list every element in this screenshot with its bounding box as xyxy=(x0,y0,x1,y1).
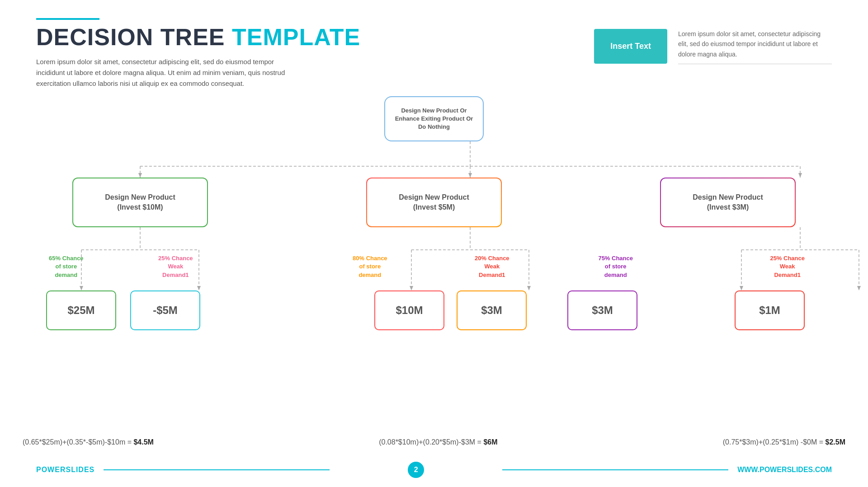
header-bar xyxy=(36,18,99,20)
brand-black: POWER xyxy=(36,466,66,473)
footer-right: WWW.POWERSLIDES.COM xyxy=(502,466,832,474)
leaf-right-2-box: $1M xyxy=(735,290,805,330)
leaf-mid-2-box: $3M xyxy=(457,290,527,330)
subtitle: Lorem ipsum dolor sit amet, consectetur … xyxy=(36,56,298,89)
formula-row: (0.65*$25m)+(0.35*-$5m)-$10m = $4.5M (0.… xyxy=(23,438,845,446)
l1-mid-node: Design New Product(Invest $5M) xyxy=(366,178,502,227)
chance-left-weak: 25% ChanceWeakDemand1 xyxy=(158,254,193,279)
footer: POWERSLIDES 2 WWW.POWERSLIDES.COM xyxy=(36,462,832,478)
leaf-right-1-box: $3M xyxy=(567,290,637,330)
lorem-right: Lorem ipsum dolor sit amet, consectetur … xyxy=(678,29,832,64)
chance-left-strong: 65% Chanceof storedemand xyxy=(49,254,84,279)
leaf-right-1: $3M xyxy=(567,290,637,330)
title-row: DECISION TREE TEMPLATE Lorem ipsum dolor… xyxy=(36,24,832,89)
root-node-box: Design New Product OrEnhance Exiting Pro… xyxy=(384,96,484,141)
leaf-left-1: $25M xyxy=(46,290,116,330)
root-node: Design New Product OrEnhance Exiting Pro… xyxy=(384,96,484,141)
page: DECISION TREE TEMPLATE Lorem ipsum dolor… xyxy=(0,0,868,487)
l1-left-box: Design New Product(Invest $10M) xyxy=(72,178,208,227)
main-title: DECISION TREE TEMPLATE xyxy=(36,24,360,50)
svg-marker-22 xyxy=(857,286,861,290)
insert-text-box[interactable]: Insert Text xyxy=(594,29,667,64)
footer-line-right xyxy=(502,469,728,470)
svg-marker-21 xyxy=(740,286,743,290)
svg-marker-19 xyxy=(410,286,413,290)
svg-marker-23 xyxy=(138,173,142,178)
leaf-right-2: $1M xyxy=(735,290,805,330)
l1-right-node: Design New Product(Invest $3M) xyxy=(660,178,796,227)
footer-left: POWERSLIDES xyxy=(36,466,330,474)
svg-marker-25 xyxy=(798,173,802,178)
footer-url: WWW.POWERSLIDES.COM xyxy=(737,466,832,474)
tree-area: Design New Product OrEnhance Exiting Pro… xyxy=(36,96,832,358)
svg-marker-17 xyxy=(80,286,83,290)
formula-left: (0.65*$25m)+(0.35*-$5m)-$10m = $4.5M xyxy=(23,438,154,446)
leaf-mid-1: $10M xyxy=(374,290,444,330)
formula-left-result: $4.5M xyxy=(133,438,153,446)
title-cyan: TEMPLATE xyxy=(232,24,360,50)
title-black: DECISION TREE xyxy=(36,24,225,50)
leaf-mid-2: $3M xyxy=(457,290,527,330)
leaf-left-1-box: $25M xyxy=(46,290,116,330)
formula-right-result: $2.5M xyxy=(826,438,845,446)
formula-right: (0.75*$3m)+(0.25*$1m) -$0M = $2.5M xyxy=(723,438,845,446)
brand-cyan: SLIDES xyxy=(66,466,94,473)
l1-right-box: Design New Product(Invest $3M) xyxy=(660,178,796,227)
leaf-left-2-box: -$5M xyxy=(130,290,200,330)
svg-marker-24 xyxy=(468,173,472,178)
title-right: Insert Text Lorem ipsum dolor sit amet, … xyxy=(594,29,832,64)
svg-marker-20 xyxy=(527,286,531,290)
page-number: 2 xyxy=(408,462,424,478)
chance-right-weak: 25% ChanceWeakDemand1 xyxy=(770,254,805,279)
chance-mid-weak: 20% ChanceWeakDemand1 xyxy=(475,254,509,279)
leaf-mid-1-box: $10M xyxy=(374,290,444,330)
chance-mid-strong: 80% Chanceof storedemand xyxy=(353,254,387,279)
l1-mid-box: Design New Product(Invest $5M) xyxy=(366,178,502,227)
chance-right-strong: 75% Chanceof storedemand xyxy=(598,254,633,279)
title-left: DECISION TREE TEMPLATE Lorem ipsum dolor… xyxy=(36,24,360,89)
l1-left-node: Design New Product(Invest $10M) xyxy=(72,178,208,227)
leaf-left-2: -$5M xyxy=(130,290,200,330)
formula-mid-result: $6M xyxy=(483,438,497,446)
formula-mid: (0.08*$10m)+(0.20*$5m)-$3M = $6M xyxy=(379,438,497,446)
footer-line-left xyxy=(104,469,330,470)
svg-marker-18 xyxy=(197,286,201,290)
brand-name: POWERSLIDES xyxy=(36,466,94,474)
